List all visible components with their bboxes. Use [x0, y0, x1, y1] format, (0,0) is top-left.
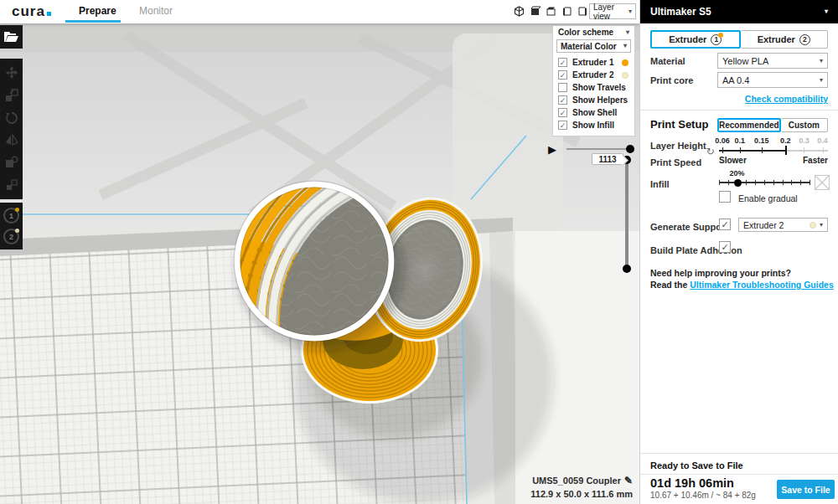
open-file-button[interactable]: [0, 25, 23, 49]
extruder1-checkbox[interactable]: [558, 58, 567, 67]
recommended-mode-tab[interactable]: Recommended: [717, 118, 781, 132]
per-model-settings-icon[interactable]: [5, 156, 18, 169]
infill-pattern-icon: [815, 175, 830, 190]
select-extruder-2-button[interactable]: 2: [3, 229, 19, 244]
extruder-2-material-dot: [810, 222, 816, 229]
extruder-2-circle: 2: [799, 34, 810, 45]
mirror-tool-icon[interactable]: [5, 133, 18, 147]
active-tab-underline: [65, 20, 121, 23]
view-option-shell[interactable]: Show Shell: [553, 106, 634, 119]
save-to-file-button[interactable]: Save to File: [777, 480, 835, 499]
extruder-1-circle: 1: [711, 34, 722, 45]
print-setup-title: Print Setup: [650, 118, 708, 131]
machine-selector[interactable]: Ultimaker S5 ▾: [640, 0, 838, 23]
rotate-tool-icon[interactable]: [5, 111, 18, 125]
build-plate-scene: [0, 23, 639, 504]
top-view-icon[interactable]: [545, 4, 557, 18]
material-usage-estimate: 10.67 + 10.46m / ~ 84 + 82g: [650, 491, 756, 500]
chevron-down-icon: ▾: [628, 8, 632, 15]
collapse-chevron-icon[interactable]: ▾: [626, 29, 629, 36]
help-text: Need help improving your prints? Read th…: [650, 267, 834, 291]
extruder-1-material-dot: [718, 33, 723, 38]
generate-support-checkbox[interactable]: [719, 219, 731, 230]
print-core-select[interactable]: AA 0.4 ▾: [717, 72, 828, 88]
simulation-slider-handle[interactable]: [626, 145, 634, 153]
infill-label: Infill: [650, 179, 670, 189]
layer-slider[interactable]: [625, 159, 628, 270]
speed-faster-label: Faster: [803, 156, 828, 165]
3d-view-icon[interactable]: [513, 4, 525, 18]
tab-monitor[interactable]: Monitor: [139, 5, 173, 17]
check-compatibility-link[interactable]: Check compatibility: [745, 94, 828, 104]
view-option-infill[interactable]: Show Infill: [553, 119, 634, 131]
enable-gradual-checkbox[interactable]: [719, 191, 731, 203]
cura-logo: cura: [12, 3, 51, 20]
show-helpers-checkbox[interactable]: [558, 95, 567, 105]
layer-slider-bottom-handle[interactable]: [623, 265, 631, 273]
current-layer-tag: 1113: [592, 153, 623, 165]
extruder-1-number: 1: [9, 212, 13, 220]
infill-slider[interactable]: 20%: [719, 169, 810, 189]
show-travels-checkbox[interactable]: [558, 83, 567, 92]
extruder2-checkbox[interactable]: [558, 70, 567, 80]
extruder-2-number: 2: [9, 233, 13, 241]
extruder-1-tab[interactable]: Extruder 1: [650, 30, 741, 49]
rename-pencil-icon[interactable]: ✎: [624, 475, 633, 486]
model-info: UMS5_0059 Coupler✎ 112.9 x 50.0 x 111.6 …: [530, 475, 633, 499]
chevron-down-icon: ▾: [623, 43, 627, 49]
scale-tool-icon[interactable]: [5, 89, 18, 102]
chevron-down-icon: ▾: [820, 77, 823, 84]
view-mode-value: Layer view: [593, 3, 628, 21]
open-folder-icon: [4, 31, 18, 43]
view-option-helpers[interactable]: Show Helpers: [553, 94, 634, 106]
chevron-down-icon: ▾: [825, 8, 828, 15]
support-extruder-value: Extruder 2: [743, 220, 784, 230]
select-extruder-1-button[interactable]: 1: [3, 208, 19, 224]
view-option-extruder2[interactable]: Extruder 2: [553, 69, 634, 81]
custom-mode-tab[interactable]: Custom: [781, 118, 828, 132]
color-scheme-select[interactable]: Material Color ▾: [556, 39, 631, 53]
play-button[interactable]: ▶: [548, 143, 556, 156]
machine-name: Ultimaker S5: [650, 6, 711, 18]
color-scheme-title: Color scheme: [558, 28, 613, 37]
extruder-2-tab[interactable]: Extruder 2: [741, 30, 829, 49]
color-scheme-value: Material Color: [561, 42, 617, 51]
layer-height-slider[interactable]: 0.06 0.1 0.15 0.2 0.3 0.4: [719, 136, 828, 155]
print-speed-label: Print Speed: [650, 157, 701, 167]
layer-height-label: Layer Height: [650, 141, 706, 151]
extruder-2-material-dot: [15, 229, 19, 233]
right-view-icon[interactable]: [577, 4, 589, 18]
move-tool-icon[interactable]: [5, 66, 18, 80]
speed-slower-label: Slower: [719, 156, 747, 165]
infill-value: 20%: [730, 169, 745, 177]
troubleshooting-guides-link[interactable]: Ultimaker Troubleshooting Guides: [690, 280, 834, 290]
reset-icon[interactable]: ↺: [706, 146, 715, 157]
print-core-label: Print core: [650, 75, 693, 85]
print-time-estimate: 01d 19h 06min: [650, 476, 734, 490]
infill-handle[interactable]: [734, 179, 742, 187]
settings-panel: Ultimaker S5 ▾ Extruder 1 Extruder 2 Mat…: [639, 0, 838, 504]
front-view-icon[interactable]: [529, 4, 541, 18]
model-name-text: UMS5_0059 Coupler: [532, 476, 621, 486]
chevron-down-icon: ▾: [820, 58, 823, 64]
support-extruder-select[interactable]: Extruder 2 ▾: [738, 218, 828, 232]
material-value: Yellow PLA: [722, 56, 768, 66]
extruder-1-material-dot: [15, 208, 19, 212]
view-mode-select[interactable]: Layer view ▾: [589, 3, 636, 19]
print-core-value: AA 0.4: [722, 75, 749, 85]
left-view-icon[interactable]: [561, 4, 573, 18]
material-label: Material: [650, 56, 685, 66]
viewport-3d[interactable]: 1 2 Color scheme ▾ Material Color ▾ Extr…: [0, 23, 639, 504]
extruder2-color-dot: [622, 72, 628, 79]
view-option-travels[interactable]: Show Travels: [553, 81, 634, 94]
view-option-extruder1[interactable]: Extruder 1: [553, 56, 634, 69]
logo-dot: [47, 12, 51, 16]
material-select[interactable]: Yellow PLA ▾: [717, 53, 828, 69]
support-blocker-icon[interactable]: [5, 178, 18, 192]
show-infill-checkbox[interactable]: [558, 121, 567, 130]
tab-prepare[interactable]: Prepare: [79, 5, 116, 17]
layer-height-handle[interactable]: [785, 146, 787, 155]
show-shell-checkbox[interactable]: [558, 108, 567, 117]
adhesion-checkbox[interactable]: [719, 241, 731, 253]
simulation-slider[interactable]: [566, 148, 631, 150]
